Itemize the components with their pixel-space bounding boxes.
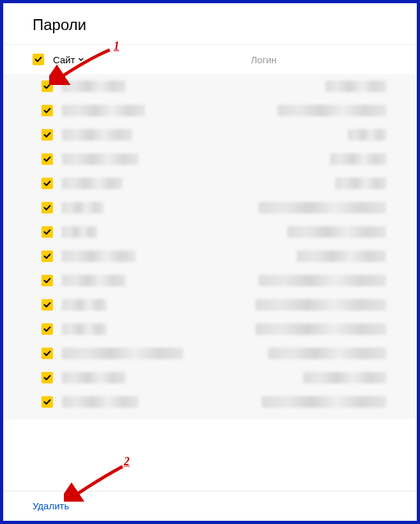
check-icon: [43, 106, 52, 115]
row-checkbox[interactable]: [41, 348, 53, 359]
table-row[interactable]: [3, 220, 417, 244]
site-value-blurred: [62, 396, 139, 408]
table-row[interactable]: [3, 123, 417, 147]
arrow-annotation-2: [64, 463, 128, 502]
login-value-blurred: [348, 129, 386, 141]
annotation-number-1: 1: [114, 40, 119, 53]
check-icon: [43, 373, 52, 382]
row-checkbox[interactable]: [41, 153, 53, 165]
site-value-blurred: [62, 275, 126, 286]
check-icon: [43, 325, 52, 334]
row-checkbox[interactable]: [41, 250, 53, 262]
table-row[interactable]: [3, 293, 417, 317]
site-value-blurred: [62, 129, 132, 141]
table-row[interactable]: [3, 390, 417, 414]
login-value-blurred: [259, 275, 386, 286]
site-value-blurred: [62, 153, 139, 165]
login-value-blurred: [303, 372, 386, 383]
check-icon: [43, 130, 52, 139]
check-icon: [34, 55, 43, 64]
site-value-blurred: [62, 202, 103, 213]
site-value-blurred: [62, 250, 135, 262]
table-row[interactable]: [3, 147, 417, 171]
arrow-annotation-1: [49, 47, 113, 85]
site-value-blurred: [62, 348, 183, 359]
login-value-blurred: [287, 226, 386, 238]
table-row[interactable]: [3, 341, 417, 366]
check-icon: [43, 203, 52, 212]
table-row[interactable]: [3, 366, 417, 390]
header: Пароли: [3, 3, 417, 45]
login-value-blurred: [268, 348, 386, 359]
select-all-checkbox[interactable]: [33, 54, 44, 65]
table-row[interactable]: [3, 171, 417, 196]
check-icon: [43, 252, 52, 261]
login-value-blurred: [259, 202, 386, 213]
row-checkbox[interactable]: [41, 202, 53, 213]
site-value-blurred: [62, 226, 97, 238]
passwords-window: Пароли Сайт Логин Удалить 1 2: [0, 0, 420, 524]
site-value-blurred: [62, 323, 107, 335]
check-icon: [43, 397, 52, 406]
column-login-header[interactable]: Логин: [251, 54, 417, 65]
row-checkbox[interactable]: [41, 129, 53, 141]
page-title: Пароли: [33, 16, 417, 34]
row-checkbox[interactable]: [41, 105, 53, 116]
check-icon: [43, 300, 52, 309]
row-checkbox[interactable]: [41, 178, 53, 189]
login-value-blurred: [255, 323, 386, 335]
check-icon: [43, 227, 52, 236]
table-row[interactable]: [3, 196, 417, 220]
password-rows: [3, 74, 417, 419]
row-checkbox[interactable]: [41, 226, 53, 238]
delete-button[interactable]: Удалить: [33, 500, 69, 511]
row-checkbox[interactable]: [41, 372, 53, 383]
check-icon: [43, 155, 52, 164]
table-row[interactable]: [3, 98, 417, 123]
site-value-blurred: [62, 299, 107, 311]
row-checkbox[interactable]: [41, 299, 53, 311]
login-value-blurred: [262, 396, 386, 408]
table-row[interactable]: [3, 244, 417, 268]
row-checkbox[interactable]: [41, 323, 53, 335]
row-checkbox[interactable]: [41, 396, 53, 408]
check-icon: [43, 276, 52, 285]
annotation-number-2: 2: [124, 455, 130, 468]
login-value-blurred: [330, 153, 386, 165]
site-value-blurred: [62, 372, 126, 383]
check-icon: [43, 349, 52, 358]
login-value-blurred: [297, 250, 386, 262]
table-row[interactable]: [3, 317, 417, 341]
check-icon: [43, 179, 52, 188]
login-value-blurred: [255, 299, 386, 311]
site-value-blurred: [62, 178, 123, 189]
site-value-blurred: [62, 105, 145, 116]
login-value-blurred: [335, 178, 386, 189]
login-value-blurred: [278, 105, 386, 116]
row-checkbox[interactable]: [41, 275, 53, 286]
login-value-blurred: [326, 81, 386, 92]
table-row[interactable]: [3, 268, 417, 293]
